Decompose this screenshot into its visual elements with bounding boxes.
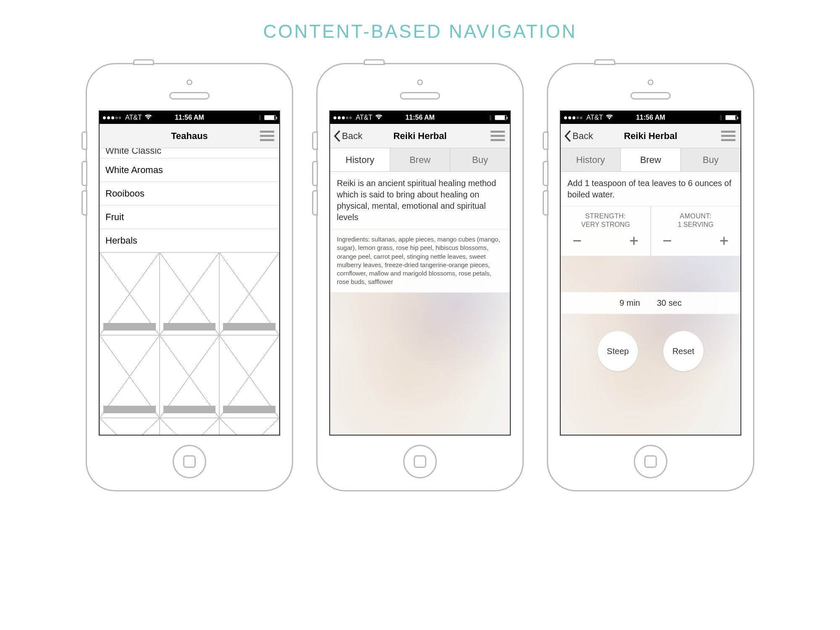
phone-frame-1: AT&T 11:56 AM ᛒ Teahaus White Classic (86, 63, 293, 491)
tab-label: History (346, 155, 374, 165)
grid-placeholder[interactable] (100, 252, 160, 335)
page-heading: CONTENT-BASED NAVIGATION (0, 0, 840, 42)
tab-history[interactable]: History (330, 148, 390, 171)
list-item-label: Rooiboos (105, 188, 144, 199)
time-minutes: 9 min (620, 298, 640, 308)
bluetooth-icon: ᛒ (489, 114, 492, 121)
grid-placeholder[interactable] (219, 335, 279, 418)
grid-placeholder[interactable] (219, 418, 279, 436)
chevron-left-icon (333, 130, 341, 142)
mute-switch (312, 131, 318, 150)
volume-up-button (312, 161, 318, 186)
volume-down-button (312, 190, 318, 215)
volume-up-button (81, 161, 87, 186)
list-item-label: Fruit (105, 212, 124, 223)
category-list[interactable]: White Classic White Aromas Rooiboos Frui… (100, 148, 279, 252)
tab-history[interactable]: History (561, 148, 621, 171)
back-button[interactable]: Back (333, 130, 362, 142)
menu-icon[interactable] (260, 131, 274, 141)
nav-header: Back Reiki Herbal (561, 124, 740, 148)
grid-placeholder[interactable] (160, 418, 220, 436)
amount-label: AMOUNT: (655, 213, 737, 220)
grid-placeholder[interactable] (100, 418, 160, 436)
carrier-label: AT&T (356, 114, 373, 121)
wifi-icon (606, 115, 613, 121)
speaker-icon (169, 92, 210, 100)
status-time: 11:56 AM (405, 114, 435, 121)
volume-down-button (543, 190, 549, 215)
volume-down-button (81, 190, 87, 215)
reset-button[interactable]: Reset (663, 331, 704, 371)
camera-icon (417, 79, 423, 85)
menu-icon[interactable] (721, 131, 735, 141)
strength-value: VERY STRONG (565, 221, 646, 228)
speaker-icon (630, 92, 671, 100)
tab-brew[interactable]: Brew (390, 148, 450, 171)
back-label: Back (572, 131, 593, 142)
status-bar: AT&T 11:56 AM ᛒ (100, 111, 279, 124)
tab-bar: History Brew Buy (561, 148, 740, 172)
tab-label: Brew (410, 155, 430, 165)
list-item-label: White Classic (105, 148, 161, 156)
bluetooth-icon: ᛒ (258, 114, 262, 121)
status-time: 11:56 AM (175, 114, 204, 121)
wifi-icon (144, 115, 152, 121)
screen-title: Reiki Herbal (624, 131, 677, 142)
list-item[interactable]: Fruit (100, 205, 279, 229)
instruction-panel: Add 1 teaspoon of tea leaves to 6 ounces… (561, 172, 740, 207)
power-button (364, 59, 385, 65)
carrier-label: AT&T (586, 114, 603, 121)
tab-brew[interactable]: Brew (621, 148, 681, 171)
phones-row: AT&T 11:56 AM ᛒ Teahaus White Classic (0, 63, 840, 491)
list-item[interactable]: Rooiboos (100, 182, 279, 205)
speaker-icon (400, 92, 440, 100)
strength-minus-button[interactable]: − (572, 232, 582, 250)
grid-placeholder[interactable] (219, 252, 279, 335)
screen-title: Reiki Herbal (393, 131, 446, 142)
tab-label: Brew (640, 155, 661, 165)
ingredients-panel: Ingredients: sultanas, apple pieces, man… (330, 229, 510, 293)
description-panel: Reiki is an ancient spiritual healing me… (330, 172, 510, 229)
home-button[interactable] (173, 445, 206, 478)
tea-background: Reiki is an ancient spiritual healing me… (330, 172, 510, 435)
phone-frame-3: AT&T 11:56 AM ᛒ Back Reiki Herbal (547, 63, 754, 491)
back-button[interactable]: Back (564, 130, 593, 142)
grid-placeholder[interactable] (160, 335, 220, 418)
screen-2: AT&T 11:56 AM ᛒ Back Reiki Herbal (329, 110, 511, 436)
battery-icon (725, 115, 737, 120)
steep-button[interactable]: Steep (598, 331, 638, 371)
signal-dots-icon (564, 116, 582, 119)
wifi-icon (375, 115, 383, 121)
mute-switch (81, 131, 87, 150)
tab-buy[interactable]: Buy (681, 148, 740, 171)
home-button[interactable] (634, 445, 667, 478)
content-area: White Classic White Aromas Rooiboos Frui… (100, 148, 279, 435)
status-bar: AT&T 11:56 AM ᛒ (561, 111, 740, 124)
list-item[interactable]: White Classic (100, 148, 279, 158)
action-buttons: Steep Reset (561, 331, 740, 371)
strength-plus-button[interactable]: + (629, 232, 638, 250)
list-item-label: Herbals (105, 235, 137, 246)
grid-placeholder[interactable] (100, 335, 160, 418)
signal-dots-icon (333, 116, 352, 119)
grid-placeholder[interactable] (160, 252, 220, 335)
list-item[interactable]: White Aromas (100, 158, 279, 182)
home-button[interactable] (403, 445, 437, 478)
tea-background: Add 1 teaspoon of tea leaves to 6 ounces… (561, 172, 740, 435)
menu-icon[interactable] (491, 131, 505, 141)
description-text: Reiki is an ancient spiritual healing me… (337, 178, 496, 222)
ingredients-text: Ingredients: sultanas, apple pieces, man… (337, 236, 500, 285)
list-item[interactable]: Herbals (100, 229, 279, 252)
power-button (133, 59, 154, 65)
amount-value: 1 SERVING (655, 221, 737, 228)
status-time: 11:56 AM (636, 114, 665, 121)
strength-label: STRENGTH: (565, 213, 646, 220)
amount-minus-button[interactable]: − (663, 232, 672, 250)
camera-icon (186, 79, 192, 85)
strength-control: STRENGTH: VERY STRONG − + (561, 207, 651, 256)
reset-label: Reset (672, 346, 694, 356)
app-title: Teahaus (171, 131, 208, 142)
status-bar: AT&T 11:56 AM ᛒ (330, 111, 510, 124)
tab-buy[interactable]: Buy (450, 148, 510, 171)
amount-plus-button[interactable]: + (719, 232, 729, 250)
